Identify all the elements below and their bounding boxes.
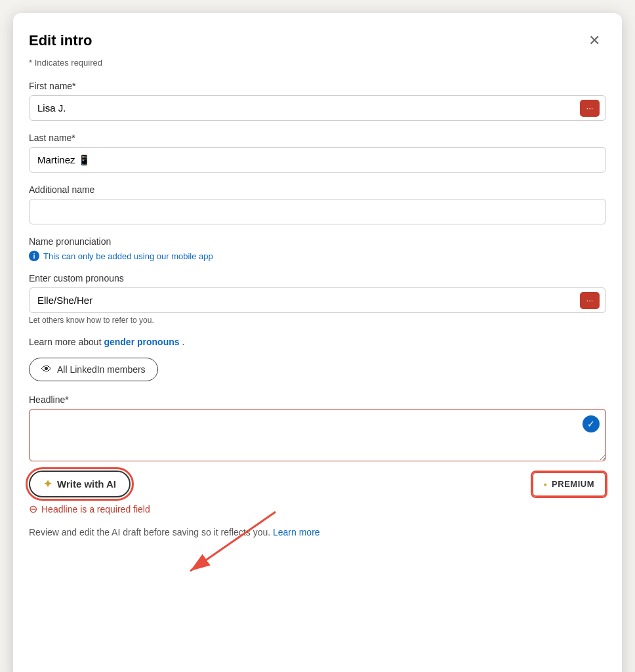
headline-section: Headline* ✓ ✦ Write with AI ▪ PREMIUM ⊖ … [29,394,606,515]
mobile-note-text: This can only be added using our mobile … [43,251,213,261]
last-name-label: Last name* [29,133,606,143]
edit-intro-modal: Edit intro ✕ * Indicates required First … [13,13,622,672]
additional-name-input-wrapper [29,199,606,224]
info-icon: i [29,251,39,261]
write-ai-button[interactable]: ✦ Write with AI [29,471,131,497]
mobile-note: i This can only be added using our mobil… [29,251,606,261]
last-name-input[interactable] [29,147,606,173]
additional-name-group: Additional name [29,184,606,224]
headline-input-wrapper: ✓ [29,409,606,464]
modal-header: Edit intro ✕ [29,29,606,52]
required-note: * Indicates required [29,58,606,68]
headline-actions: ✦ Write with AI ▪ PREMIUM [29,471,606,497]
premium-label: PREMIUM [552,479,594,489]
visibility-label: All LinkedIn members [57,364,146,375]
additional-name-input[interactable] [29,199,606,224]
learn-more-line: Learn more about gender pronouns . [29,337,606,347]
learn-more-suffix: . [182,337,184,347]
pronouns-input-wrapper: ··· [29,287,606,313]
ai-star-icon: ✦ [43,478,52,490]
first-name-input-wrapper: ··· [29,95,606,121]
bottom-note-link[interactable]: Learn more [273,527,320,537]
write-ai-label: Write with AI [57,478,116,490]
headline-label: Headline* [29,394,606,405]
headline-textarea[interactable] [29,409,606,461]
error-icon: ⊖ [29,503,37,515]
first-name-label: First name* [29,81,606,91]
eye-icon: 👁 [41,364,52,375]
bottom-note: Review and edit the AI draft before savi… [29,526,606,539]
first-name-input[interactable] [29,95,606,121]
pronouns-dots-icon: ··· [586,295,594,305]
close-button[interactable]: ✕ [583,29,606,52]
pronouns-group: Enter custom pronouns ··· Let others kno… [29,273,606,325]
pronouns-label: Enter custom pronouns [29,273,606,284]
premium-button[interactable]: ▪ PREMIUM [532,472,606,497]
name-pronunciation-section: Name pronunciation i This can only be ad… [29,236,606,261]
checkmark-icon: ✓ [587,419,595,429]
close-icon: ✕ [588,32,600,49]
pronouns-hint: Let others know how to refer to you. [29,316,606,325]
gender-pronouns-link[interactable]: gender pronouns [104,337,179,347]
headline-error: ⊖ Headline is a required field [29,503,606,515]
additional-name-label: Additional name [29,184,606,195]
emoji-dots-icon: ··· [586,103,594,113]
first-name-emoji-button[interactable]: ··· [580,100,600,117]
headline-checkmark-button[interactable]: ✓ [583,415,600,432]
svg-line-1 [190,512,276,571]
learn-more-prefix: Learn more about [29,337,104,347]
pronouns-emoji-button[interactable]: ··· [580,292,600,309]
bottom-note-prefix: Review and edit the AI draft before savi… [29,527,273,537]
visibility-button[interactable]: 👁 All LinkedIn members [29,358,158,381]
last-name-input-wrapper [29,147,606,173]
arrow-annotation [92,505,289,584]
first-name-group: First name* ··· [29,81,606,121]
modal-title: Edit intro [29,32,92,49]
name-pronunciation-label: Name pronunciation [29,236,606,247]
pronouns-input[interactable] [29,287,606,313]
premium-icon: ▪ [544,479,547,490]
last-name-group: Last name* [29,133,606,173]
error-text: Headline is a required field [41,504,150,514]
